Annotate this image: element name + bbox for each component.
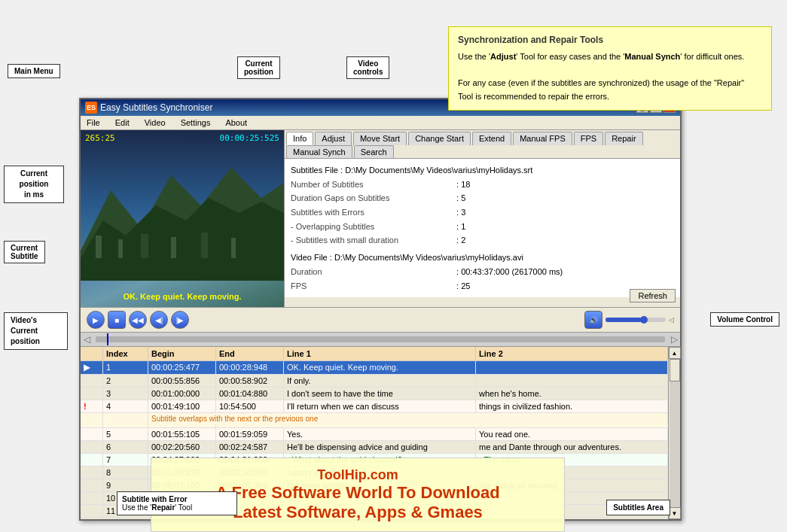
row-index: 8 [103, 467, 148, 479]
subtitle-error-desc: Use the 'Repair' Tool [122, 503, 232, 512]
row-line1: OK. Keep quiet. Keep moving. [284, 361, 476, 374]
duration-row: Duration : 00:43:37:000 (2617000 ms) [291, 265, 674, 279]
col-header-line2: Line 2 [476, 347, 668, 360]
mute-button[interactable]: 🔊 [584, 311, 602, 329]
menu-file[interactable]: File [84, 117, 103, 128]
timeline-left-arrow[interactable]: ◁ [81, 332, 93, 347]
tab-search[interactable]: Search [354, 145, 394, 158]
tab-move-start[interactable]: Move Start [353, 132, 407, 145]
row-index: 6 [103, 441, 148, 453]
row-end: 00:01:04:880 [216, 388, 284, 400]
table-row[interactable]: ▶ 1 00:00:25:477 00:00:28:948 OK. Keep q… [81, 361, 668, 375]
tab-manual-synch[interactable]: Manual Synch [286, 145, 352, 158]
overlap-empty-index [103, 413, 148, 424]
info-box-title: Synchronization and Repair Tools [458, 33, 762, 47]
overlapping-value: : 1 [456, 220, 465, 234]
row-index: 5 [103, 428, 148, 440]
row-index: 2 [103, 375, 148, 387]
tab-repair[interactable]: Repair [605, 132, 642, 145]
table-row[interactable]: 3 00:01:00:000 00:01:04:880 I don't seem… [81, 388, 668, 400]
refresh-button[interactable]: Refresh [630, 289, 676, 302]
scroll-thumb[interactable] [670, 359, 680, 382]
table-row[interactable]: 6 00:02:20:560 00:02:24:587 He'll be dis… [81, 441, 668, 454]
tab-change-start[interactable]: Change Start [408, 132, 471, 145]
row-arrow-cell: ! [81, 400, 103, 412]
scroll-track[interactable] [670, 359, 680, 507]
video-panel: 265:25 00:00:25:525 [81, 130, 284, 307]
row-line1: I don't seem to have the time [284, 388, 476, 400]
current-subtitle-annotation: CurrentSubtitle [4, 241, 45, 263]
col-header-end: End [216, 347, 284, 360]
row-line1: I'll return when we can discuss [284, 400, 476, 412]
svg-rect-5 [141, 234, 148, 258]
volume-control-annotation: Volume Control [710, 312, 779, 327]
prev-frame-button[interactable]: ◀| [150, 311, 168, 329]
row-end: 00:00:58:902 [216, 375, 284, 387]
table-row[interactable]: 2 00:00:55:856 00:00:58:902 If only. [81, 375, 668, 388]
row-begin: 00:02:20:560 [148, 441, 216, 453]
table-row[interactable]: 5 00:01:55:105 00:01:59:059 Yes. You rea… [81, 428, 668, 441]
volume-thumb[interactable] [640, 316, 648, 324]
row-line2: things in civilized fashion. [476, 400, 668, 412]
tab-info[interactable]: Info [286, 132, 313, 145]
subtitle-error-title: Subtitle with Error [122, 495, 232, 503]
subtitles-errors-row: Subtitles with Errors : 3 [291, 205, 674, 220]
tab-adjust[interactable]: Adjust [315, 132, 352, 145]
volume-slider[interactable] [606, 318, 666, 322]
subtitles-errors-label: Subtitles with Errors [291, 205, 456, 220]
subtitles-area-annotation: Subtitles Area [606, 500, 670, 515]
info-panel: Subtitles File : D:\My Documents\My Vide… [285, 159, 680, 307]
overlap-empty2 [81, 424, 103, 427]
menu-video[interactable]: Video [142, 117, 169, 128]
row-line1: If only. [284, 375, 476, 387]
play-button[interactable]: ▶ [87, 311, 105, 329]
video-background [81, 130, 284, 281]
row-arrow-cell [81, 467, 103, 479]
sync-repair-info-box: Synchronization and Repair Tools Use the… [448, 26, 772, 111]
video-subtitle: OK. Keep quiet. Keep moving. [81, 292, 284, 301]
row-index: 7 [103, 454, 148, 466]
overlap-empty4 [148, 424, 216, 427]
right-panel: Info Adjust Move Start Change Start Exte… [284, 130, 680, 307]
video-file-row: Video File : D:\My Documents\My Videos\v… [291, 251, 674, 265]
subtitles-area-label: Subtitles Area [613, 503, 663, 512]
rewind-button[interactable]: ◀◀ [129, 311, 147, 329]
duration-label: Duration [291, 265, 456, 279]
tab-manual-fps[interactable]: Manual FPS [513, 132, 572, 145]
window-title: Easy Subtitles Synchroniser [100, 102, 212, 113]
main-menu-annotation: Main Menu [8, 64, 60, 78]
video-controls-annotation: Videocontrols [346, 56, 389, 79]
number-subtitles-row: Number of Subtitles : 18 [291, 178, 674, 192]
col-header-begin: Begin [148, 347, 216, 360]
main-content: 265:25 00:00:25:525 [81, 130, 680, 307]
stop-button[interactable]: ■ [108, 311, 126, 329]
timeline-right-arrow[interactable]: ▷ [668, 332, 680, 347]
timeline-track[interactable] [96, 336, 665, 342]
menu-bar: File Edit Video Settings About [81, 116, 680, 130]
playback-controls: ▶ ■ ◀◀ ◀| |▶ [87, 311, 189, 329]
row-begin: 00:01:49:100 [148, 400, 216, 412]
next-frame-button[interactable]: |▶ [171, 311, 189, 329]
overlap-message: Subtitle overlaps with the next or the p… [148, 413, 668, 424]
small-duration-row: - Subtitles with small duration : 2 [291, 233, 674, 248]
row-end: 00:00:28:948 [216, 361, 284, 374]
row-index: 9 [103, 479, 148, 491]
refresh-area: Refresh [285, 297, 680, 303]
menu-edit[interactable]: Edit [112, 117, 133, 128]
vertical-scrollbar: ▲ ▼ [668, 347, 680, 519]
table-row[interactable]: ! 4 00:01:49:100 10:54:500 I'll return w… [81, 400, 668, 413]
row-index: 3 [103, 388, 148, 400]
tab-fps[interactable]: FPS [574, 132, 603, 145]
row-arrow-cell [81, 479, 103, 491]
scroll-up-arrow[interactable]: ▲ [669, 347, 681, 359]
timeline-bar[interactable]: ◁ ▷ [81, 332, 680, 347]
menu-about[interactable]: About [222, 117, 250, 128]
duration-value: : 00:43:37:000 (2617000 ms) [456, 265, 563, 279]
row-end: 00:02:24:587 [216, 441, 284, 453]
tab-extend[interactable]: Extend [472, 132, 511, 145]
menu-settings[interactable]: Settings [178, 117, 214, 128]
row-begin: 00:01:55:105 [148, 428, 216, 440]
subtitles-file-row: Subtitles File : D:\My Documents\My Vide… [291, 163, 674, 178]
current-position-ms-annotation: Currentpositionin ms [4, 166, 64, 203]
overlapping-row: - Overlapping Subtitles : 1 [291, 220, 674, 234]
